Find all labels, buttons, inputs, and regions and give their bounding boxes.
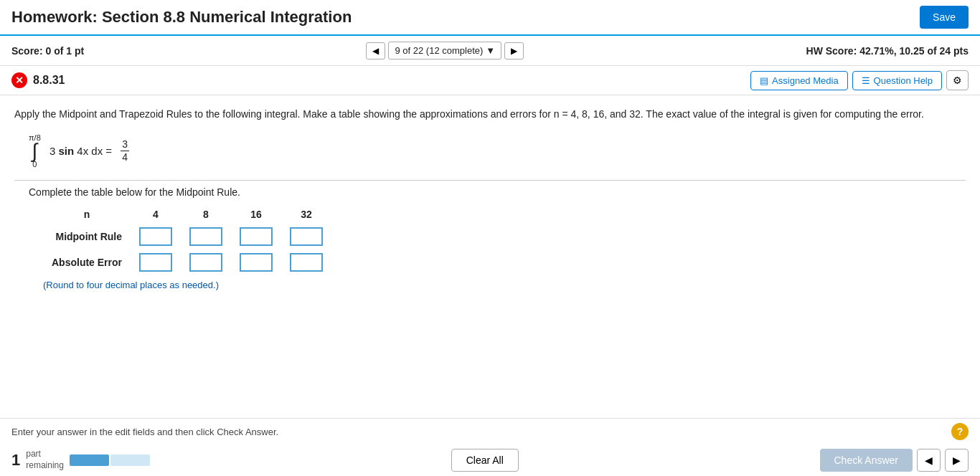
save-button[interactable]: Save [920, 6, 969, 29]
fraction-denominator: 4 [121, 151, 129, 163]
integral-expression: 3 sin 4x dx = [47, 145, 116, 157]
midpoint-n16-input[interactable] [240, 227, 273, 246]
error-n8-cell[interactable] [181, 249, 231, 275]
error-n4-cell[interactable] [131, 249, 181, 275]
col-4: 4 [131, 205, 181, 224]
question-help-label: Question Help [874, 75, 933, 86]
question-actions: ▤ Assigned Media ☰ Question Help ⚙ [750, 70, 969, 90]
main-content: Apply the Midpoint and Trapezoid Rules t… [0, 95, 980, 313]
error-n16-cell[interactable] [231, 249, 281, 275]
midpoint-n4-cell[interactable] [131, 224, 181, 249]
table-section: Complete the table below for the Midpoin… [14, 186, 966, 302]
midpoint-row: Midpoint Rule [43, 224, 331, 249]
integral-symbol: ∫ [32, 142, 38, 160]
midpoint-n32-cell[interactable] [281, 224, 331, 249]
hw-score-label: HW Score: [806, 45, 857, 57]
assigned-media-label: Assigned Media [772, 75, 839, 86]
question-id-area: ✕ 8.8.31 [11, 72, 65, 88]
col-32: 32 [281, 205, 331, 224]
question-header: ✕ 8.8.31 ▤ Assigned Media ☰ Question Hel… [0, 66, 980, 95]
error-n4-input[interactable] [139, 253, 172, 272]
midpoint-n16-cell[interactable] [231, 224, 281, 249]
table-instruction: Complete the table below for the Midpoin… [29, 186, 951, 198]
question-selector[interactable]: 9 of 22 (12 complete) ▼ [388, 42, 501, 60]
midpoint-n8-input[interactable] [189, 227, 222, 246]
hw-score-value: 42.71%, 10.25 of 24 pts [859, 45, 969, 57]
col-8: 8 [181, 205, 231, 224]
problem-description: Apply the Midpoint and Trapezoid Rules t… [14, 107, 966, 122]
score-section: Score: 0 of 1 pt [11, 45, 84, 57]
midpoint-n4-input[interactable] [139, 227, 172, 246]
hint-text: (Round to four decimal places as needed.… [43, 280, 951, 290]
midpoint-table: n 4 8 16 32 Midpoint Rule [43, 205, 331, 275]
col-16: 16 [231, 205, 281, 224]
n-header: n [43, 205, 131, 224]
result-fraction: 3 4 [121, 138, 129, 163]
error-n8-input[interactable] [189, 253, 222, 272]
error-n16-input[interactable] [240, 253, 273, 272]
score-label: Score: [11, 45, 43, 57]
top-bar: Homework: Section 8.8 Numerical Integrat… [0, 0, 980, 36]
integral-display: π/8 ∫ 0 3 sin 4x dx = 3 4 [29, 133, 129, 168]
help-list-icon: ☰ [862, 75, 870, 86]
error-n32-cell[interactable] [281, 249, 331, 275]
midpoint-n32-input[interactable] [290, 227, 323, 246]
nav-controls: ◀ 9 of 22 (12 complete) ▼ ▶ [366, 42, 524, 60]
dropdown-arrow-icon: ▼ [486, 45, 495, 56]
settings-button[interactable]: ⚙ [946, 70, 969, 90]
page-title: Homework: Section 8.8 Numerical Integrat… [11, 8, 352, 27]
absolute-error-label: Absolute Error [43, 249, 131, 275]
nav-text: 9 of 22 (12 complete) [395, 45, 483, 56]
question-help-button[interactable]: ☰ Question Help [852, 71, 942, 90]
score-value: 0 of 1 pt [45, 45, 84, 57]
next-question-button[interactable]: ▶ [504, 42, 524, 60]
hw-score-section: HW Score: 42.71%, 10.25 of 24 pts [806, 45, 969, 57]
x-mark: ✕ [15, 75, 24, 86]
absolute-error-row: Absolute Error [43, 249, 331, 275]
prev-question-button[interactable]: ◀ [366, 42, 385, 60]
media-icon: ▤ [760, 75, 768, 86]
error-icon: ✕ [11, 72, 27, 88]
fraction-numerator: 3 [121, 138, 129, 151]
lower-limit: 0 [32, 160, 37, 168]
midpoint-rule-label: Midpoint Rule [43, 224, 131, 249]
question-id: 8.8.31 [33, 74, 65, 87]
integral-area: π/8 ∫ 0 3 sin 4x dx = 3 4 [29, 130, 966, 168]
score-bar: Score: 0 of 1 pt ◀ 9 of 22 (12 complete)… [0, 36, 980, 66]
error-n32-input[interactable] [290, 253, 323, 272]
divider [14, 180, 966, 181]
midpoint-n8-cell[interactable] [181, 224, 231, 249]
assigned-media-button[interactable]: ▤ Assigned Media [750, 71, 848, 90]
